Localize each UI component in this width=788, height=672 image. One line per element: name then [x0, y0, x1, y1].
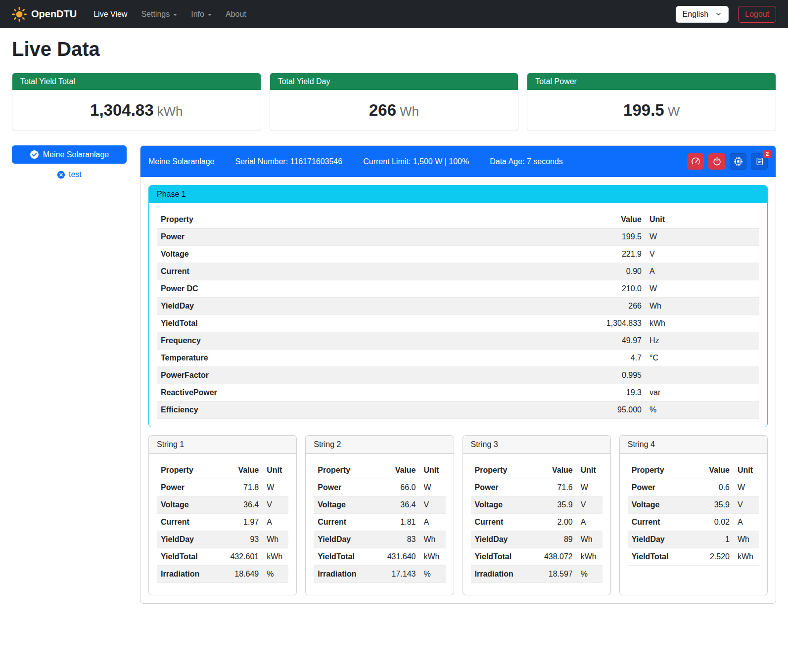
string-table-row: YieldTotal431.640kWh	[314, 548, 445, 566]
phase-card: Phase 1 Property Value Unit Power199.5WV…	[148, 185, 768, 427]
value-cell: 438.072	[530, 548, 577, 566]
power-control-button[interactable]	[708, 153, 725, 170]
unit-cell: W	[420, 479, 446, 496]
summary-card-title: Total Yield Total	[12, 73, 261, 90]
summary-value: 199.5	[623, 101, 664, 119]
inverter-test-link[interactable]: test	[12, 170, 127, 179]
value-cell: 0.02	[693, 514, 734, 531]
event-count-badge: 2	[763, 150, 771, 158]
page-title: Live Data	[12, 38, 776, 60]
value-cell: 266	[449, 298, 646, 315]
value-cell: 36.4	[216, 496, 263, 514]
chevron-down-icon	[715, 11, 722, 17]
unit-cell: var	[646, 384, 759, 402]
property-cell: Power	[471, 479, 530, 496]
unit-cell: Wh	[646, 298, 759, 315]
phase-card-title: Phase 1	[149, 185, 767, 203]
event-log-button[interactable]: 2	[751, 153, 768, 170]
column-header-unit: Unit	[263, 462, 288, 479]
content-row: Meine Solaranlage test Meine Solaranlage…	[12, 145, 776, 614]
phase-table-row: Power DC210.0W	[157, 280, 759, 298]
value-cell: 71.6	[530, 479, 577, 496]
string-card: String 4 Property Value Unit Power0.6WVo…	[619, 435, 768, 595]
nav-links: Live View Settings Info About	[87, 6, 253, 23]
nav-item-settings[interactable]: Settings	[134, 6, 184, 23]
sun-icon	[12, 7, 27, 22]
unit-cell	[646, 367, 759, 384]
nav-item-about[interactable]: About	[219, 6, 253, 23]
string-table-header-row: Property Value Unit	[471, 462, 603, 479]
property-cell: Voltage	[157, 496, 216, 514]
unit-cell: W	[734, 479, 759, 496]
brand-home-link[interactable]: OpenDTU	[12, 7, 77, 22]
property-cell: Temperature	[157, 350, 449, 367]
string-card-title: String 3	[463, 436, 610, 454]
summary-unit: W	[668, 104, 680, 119]
nav-item-live-view[interactable]: Live View	[87, 6, 134, 23]
summary-card-body: 266Wh	[270, 90, 518, 131]
value-cell: 0.6	[693, 479, 734, 496]
unit-cell: W	[577, 479, 603, 496]
summary-card-title: Total Power	[527, 73, 776, 90]
unit-cell: °C	[646, 350, 759, 367]
value-cell: 49.97	[449, 332, 646, 350]
brand-label: OpenDTU	[31, 8, 77, 20]
phase-table-row: Frequency49.97Hz	[157, 332, 759, 350]
string-table-head: Property Value Unit	[628, 462, 759, 479]
inverter-serial: Serial Number: 116171603546	[235, 157, 342, 166]
string-table-header-row: Property Value Unit	[157, 462, 288, 479]
property-cell: Current	[157, 263, 449, 280]
unit-cell: V	[420, 496, 446, 514]
property-cell: Efficiency	[157, 402, 449, 419]
check-circle-icon	[30, 150, 39, 159]
summary-card-body: 199.5W	[527, 90, 776, 131]
cpu-icon	[734, 157, 743, 166]
property-cell: YieldTotal	[471, 548, 530, 566]
summary-card-yield-day: Total Yield Day 266Wh	[270, 73, 519, 131]
language-select[interactable]: English	[676, 6, 729, 23]
column-header-value: Value	[449, 211, 646, 228]
inverter-current-limit: Current Limit: 1,500 W | 100%	[363, 157, 469, 166]
string-table-row: Current2.00A	[471, 514, 603, 531]
firmware-info-button[interactable]	[730, 153, 746, 170]
summary-cards: Total Yield Total 1,304.83kWh Total Yiel…	[12, 73, 776, 131]
value-cell: 89	[530, 531, 577, 548]
summary-card-title: Total Yield Day	[270, 73, 518, 90]
value-cell: 1,304.833	[449, 315, 646, 332]
value-cell: 93	[216, 531, 263, 548]
value-cell: 18.597	[530, 566, 577, 583]
property-cell: Voltage	[628, 496, 693, 514]
string-table-header-row: Property Value Unit	[628, 462, 759, 479]
unit-cell: A	[646, 263, 759, 280]
string-card: String 1 Property Value Unit Power71.8WV…	[148, 435, 297, 595]
nav-item-info[interactable]: Info	[184, 6, 219, 23]
unit-cell: kWh	[646, 315, 759, 332]
string-card-body: Property Value Unit Power0.6WVoltage35.9…	[620, 454, 767, 578]
summary-card-yield-total: Total Yield Total 1,304.83kWh	[12, 73, 261, 131]
string-card: String 3 Property Value Unit Power71.6WV…	[463, 435, 611, 595]
inverter-actions: 2	[687, 153, 768, 170]
phase-table-row: ReactivePower19.3var	[157, 384, 759, 402]
inverter-data-age: Data Age: 7 seconds	[490, 157, 563, 166]
string-table-row: Current0.02A	[628, 514, 759, 531]
property-cell: Current	[471, 514, 530, 531]
unit-cell: %	[577, 566, 603, 583]
string-table-body: Power71.8WVoltage36.4VCurrent1.97AYieldD…	[157, 479, 288, 583]
logout-button[interactable]: Logout	[738, 6, 776, 23]
inverter-select-button[interactable]: Meine Solaranlage	[12, 145, 127, 164]
column-header-unit: Unit	[577, 462, 603, 479]
string-table-row: YieldTotal432.601kWh	[157, 548, 288, 566]
value-cell: 431.640	[373, 548, 419, 566]
phase-table-row: Current0.90A	[157, 263, 759, 280]
phase-table-row: YieldTotal1,304.833kWh	[157, 315, 759, 332]
unit-cell: kWh	[263, 548, 288, 566]
string-table-row: Voltage36.4V	[314, 496, 445, 514]
property-cell: YieldDay	[314, 531, 373, 548]
string-table: Property Value Unit Power0.6WVoltage35.9…	[628, 462, 759, 566]
value-cell: 17.143	[373, 566, 419, 583]
nav-item-label: Settings	[141, 10, 170, 19]
unit-cell: Wh	[420, 531, 446, 548]
limit-settings-button[interactable]	[687, 153, 704, 170]
value-cell: 4.7	[449, 350, 646, 367]
string-card-title: String 4	[620, 436, 767, 454]
